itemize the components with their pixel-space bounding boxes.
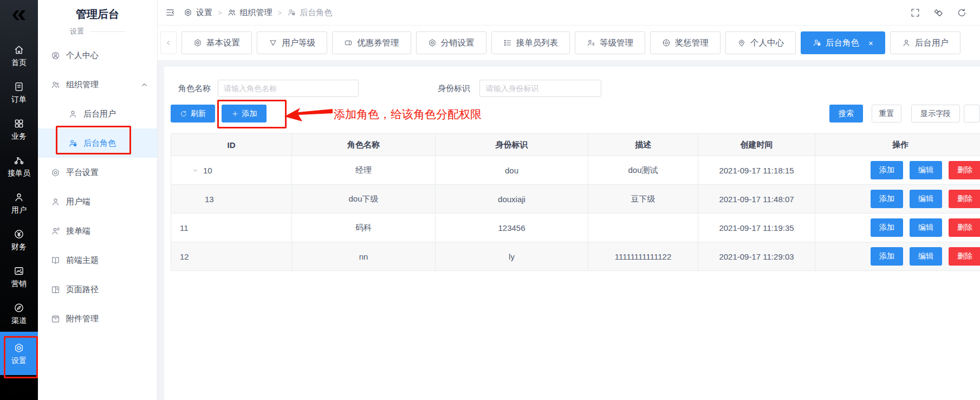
tab-0[interactable]: 基本设置 xyxy=(181,31,252,54)
identity-filter-group: 身份标识 xyxy=(438,80,601,97)
ticket-icon xyxy=(344,38,353,47)
rail-item-6[interactable]: 营销 xyxy=(0,258,38,295)
sidebar-item-4[interactable]: 平台设置 xyxy=(38,158,157,187)
cell-id: 12 xyxy=(171,242,292,270)
column-header: ID xyxy=(171,134,292,156)
breadcrumb-item-2[interactable]: 后台角色 xyxy=(287,8,332,18)
row-delete-button[interactable]: 删除 xyxy=(949,247,980,266)
sidebar-item-5[interactable]: 用户端 xyxy=(38,187,157,216)
role-name-input[interactable] xyxy=(218,80,359,97)
close-icon[interactable]: × xyxy=(868,39,873,47)
identity-input[interactable] xyxy=(479,80,601,97)
cell-created-time: 2021-09-17 11:18:15 xyxy=(698,156,815,184)
org-icon xyxy=(228,8,236,17)
row-edit-button[interactable]: 编辑 xyxy=(910,161,942,179)
row-add-button[interactable]: 添加 xyxy=(871,247,903,266)
rail-item-3[interactable]: 接单员 xyxy=(0,147,38,184)
sidebar-item-0[interactable]: 个人中心 xyxy=(38,41,157,70)
toolbar-right: 搜索 重置 显示字段 xyxy=(829,105,980,122)
courier-icon xyxy=(14,155,24,166)
tab-2[interactable]: 优惠券管理 xyxy=(332,31,411,54)
cell-created-time: 2021-09-17 11:19:35 xyxy=(698,214,815,242)
rail-item-4[interactable]: 用户 xyxy=(0,184,38,221)
person-level-icon xyxy=(587,38,595,47)
profile-icon xyxy=(51,51,60,60)
sidebar-item-3[interactable]: 后台角色 xyxy=(38,128,157,158)
row-delete-button[interactable]: 删除 xyxy=(949,218,980,237)
tab-6[interactable]: 奖惩管理 xyxy=(650,31,721,54)
rail-item-0[interactable]: 首页 xyxy=(0,37,38,74)
row-delete-button[interactable]: 删除 xyxy=(949,190,980,208)
chevron-up-icon[interactable] xyxy=(140,80,149,89)
breadcrumb-item-1[interactable]: 组织管理 xyxy=(228,8,272,18)
medal-icon xyxy=(662,38,671,47)
cell-created-time: 2021-09-17 11:48:07 xyxy=(698,185,815,213)
marketing-icon xyxy=(14,266,24,276)
refresh-icon[interactable] xyxy=(957,8,967,18)
sidebar-item-8[interactable]: 页面路径 xyxy=(38,275,157,304)
rail-item-1[interactable]: 订单 xyxy=(0,74,38,111)
search-button[interactable]: 搜索 xyxy=(829,105,863,122)
cell-identity: ly xyxy=(436,242,588,270)
show-fields-button[interactable]: 显示字段 xyxy=(911,105,960,122)
channel-icon xyxy=(14,302,24,313)
filter-row: 角色名称 身份标识 xyxy=(164,80,980,97)
rail-item-7[interactable]: 渠道 xyxy=(0,295,38,332)
tab-5[interactable]: 等级管理 xyxy=(575,31,645,54)
sidebar-item-9[interactable]: 附件管理 xyxy=(38,304,157,333)
chevron-down-icon[interactable] xyxy=(192,167,199,174)
rail-item-2[interactable]: 业务 xyxy=(0,111,38,147)
refresh-icon xyxy=(180,110,187,118)
tag-icon xyxy=(269,38,277,47)
chevron-left-icon xyxy=(165,39,172,47)
main-area: 设置 > 组织管理 > 后台角色 基本设置 用户等级 优惠券管理 分销设置 接单… xyxy=(158,0,980,400)
sidebar-item-1[interactable]: 组织管理 xyxy=(38,70,157,99)
tab-3[interactable]: 分销设置 xyxy=(416,31,486,54)
rail-item-5[interactable]: 财务 xyxy=(0,221,38,258)
column-header: 角色名称 xyxy=(292,134,436,156)
tab-4[interactable]: 接单员列表 xyxy=(491,31,570,54)
row-edit-button[interactable]: 编辑 xyxy=(910,247,942,266)
cell-role-name: 经理 xyxy=(292,156,436,184)
tabs: 基本设置 用户等级 优惠券管理 分销设置 接单员列表 等级管理 奖惩管理 个人中… xyxy=(181,31,960,54)
theme-switch-icon[interactable] xyxy=(933,8,944,18)
row-add-button[interactable]: 添加 xyxy=(871,218,903,237)
cell-identity: 123456 xyxy=(436,214,588,242)
menu-fold-icon[interactable] xyxy=(165,8,175,17)
sidebar-section-label: 设置 xyxy=(70,27,84,36)
clipped-edge-button[interactable] xyxy=(964,105,980,122)
person-icon xyxy=(902,38,911,47)
row-edit-button[interactable]: 编辑 xyxy=(910,218,942,237)
cell-id: 11 xyxy=(171,214,292,242)
reset-button[interactable]: 重置 xyxy=(872,105,901,122)
tab-scroll-left-button[interactable] xyxy=(160,31,177,54)
row-add-button[interactable]: 添加 xyxy=(871,190,903,208)
tab-9[interactable]: 后台用户 xyxy=(890,31,960,54)
breadcrumb-item-0[interactable]: 设置 xyxy=(184,8,212,18)
sidebar-item-7[interactable]: 前端主题 xyxy=(38,246,157,275)
row-delete-button[interactable]: 删除 xyxy=(949,161,980,179)
sidebar-item-6[interactable]: 接单端 xyxy=(38,216,157,246)
secondary-sidebar: 管理后台 设置 个人中心 组织管理 后台用户 后台角色 平台设置 用户端 接单端… xyxy=(38,0,158,400)
fullscreen-icon[interactable] xyxy=(910,8,920,18)
order-icon xyxy=(14,81,24,92)
tab-1[interactable]: 用户等级 xyxy=(257,31,327,54)
layout-icon xyxy=(51,285,60,294)
row-edit-button[interactable]: 编辑 xyxy=(910,190,942,208)
cell-identity: dou xyxy=(436,156,588,184)
tab-7[interactable]: 个人中心 xyxy=(725,31,796,54)
refresh-button[interactable]: 刷新 xyxy=(171,105,215,122)
row-add-button[interactable]: 添加 xyxy=(871,161,903,179)
sidebar-item-2[interactable]: 后台用户 xyxy=(38,99,157,128)
app-logo-icon[interactable] xyxy=(0,0,38,30)
primary-sidebar: 首页 订单 业务 接单员 用户 财务 营销 渠道 设置 xyxy=(0,0,38,400)
sidebar-menu: 个人中心 组织管理 后台用户 后台角色 平台设置 用户端 接单端 前端主题 页面… xyxy=(38,41,157,333)
section-divider xyxy=(90,31,125,32)
add-button[interactable]: 添加 xyxy=(222,105,267,122)
tab-8[interactable]: 后台角色 × xyxy=(801,31,885,54)
pin-icon xyxy=(737,38,746,47)
table-row: 12 nn ly 11111111111122 2021-09-17 11:29… xyxy=(171,242,980,270)
finance-icon xyxy=(14,229,24,240)
rail-item-8[interactable]: 设置 xyxy=(0,332,38,375)
column-header: 描述 xyxy=(588,134,698,156)
